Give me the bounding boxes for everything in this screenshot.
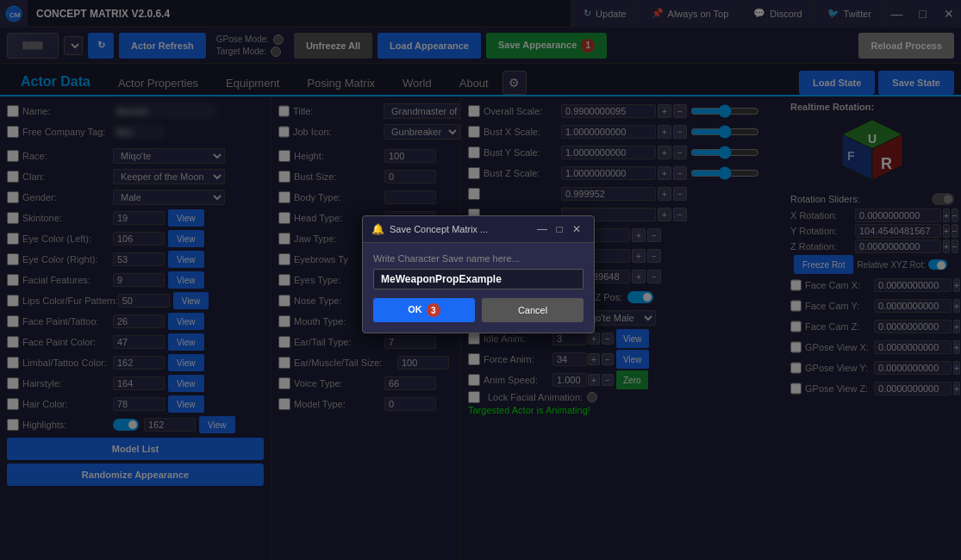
modal-ok-button[interactable]: OK 3 [373, 298, 475, 322]
modal-cancel-button[interactable]: Cancel [482, 298, 583, 322]
modal-minimize-button[interactable]: — [534, 221, 551, 238]
modal-placeholder-text: Write Character Save name here... [373, 253, 583, 264]
save-modal: 🔔 Save Concept Matrix ... — □ ✕ Write Ch… [362, 215, 595, 333]
modal-title-icon: 🔔 [371, 223, 384, 235]
modal-buttons: OK 3 Cancel [373, 298, 583, 322]
modal-titlebar: 🔔 Save Concept Matrix ... — □ ✕ [363, 216, 594, 243]
modal-maximize-button[interactable]: □ [551, 221, 568, 238]
modal-name-input[interactable] [373, 269, 583, 289]
modal-body: Write Character Save name here... OK 3 C… [363, 243, 594, 333]
modal-close-button[interactable]: ✕ [568, 221, 585, 238]
modal-title-text: Save Concept Matrix ... [390, 224, 534, 234]
modal-overlay[interactable]: 🔔 Save Concept Matrix ... — □ ✕ Write Ch… [0, 0, 961, 560]
modal-ok-badge: 3 [427, 303, 440, 317]
